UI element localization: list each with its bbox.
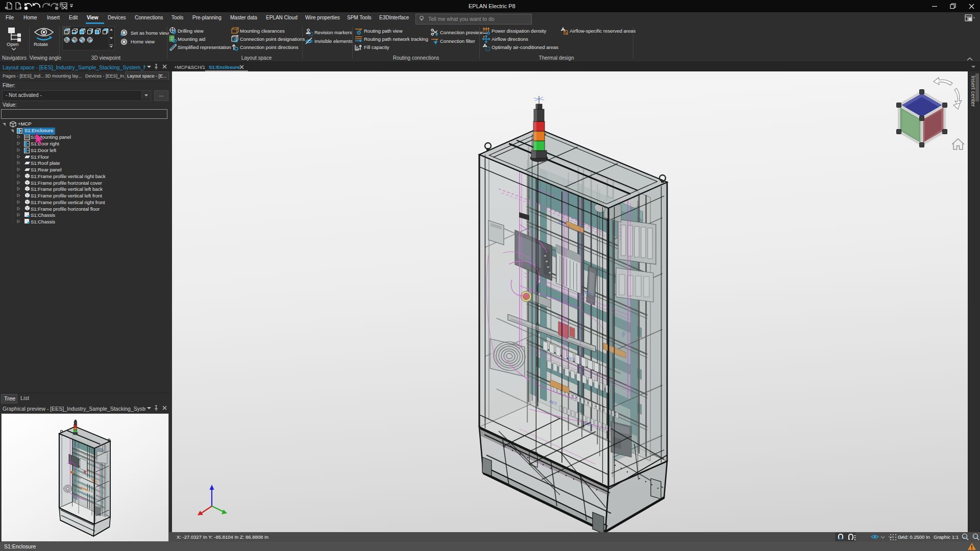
svg-text:1:1: 1:1 — [974, 535, 978, 538]
